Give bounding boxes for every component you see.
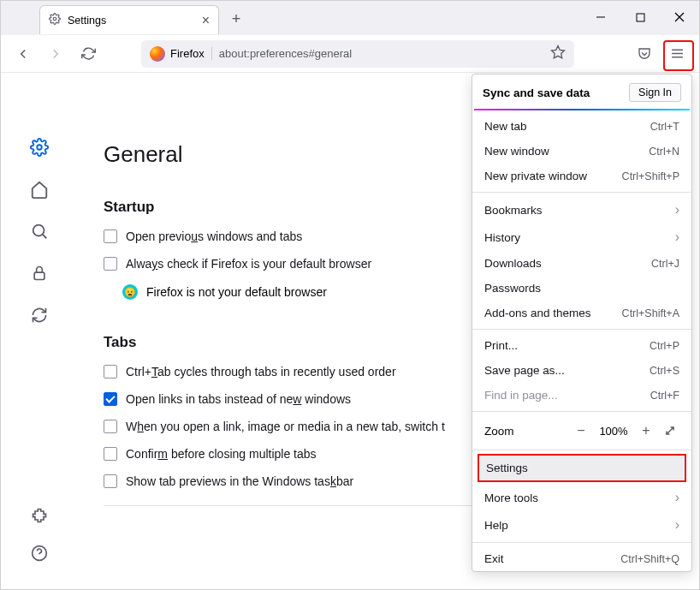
svg-rect-12 bbox=[34, 272, 44, 279]
checkbox-label: Always check if Firefox is your default … bbox=[126, 257, 371, 271]
menu-bookmarks[interactable]: Bookmarks› bbox=[472, 196, 691, 223]
firefox-logo-icon bbox=[150, 46, 165, 62]
menu-exit[interactable]: ExitCtrl+Shift+Q bbox=[472, 546, 691, 571]
pocket-button[interactable] bbox=[631, 40, 658, 68]
chevron-right-icon: › bbox=[675, 202, 679, 218]
checkbox-label: Show tab previews in the Windows taskbar bbox=[126, 474, 353, 488]
chevron-right-icon: › bbox=[675, 490, 679, 505]
checkbox-label: Open links in tabs instead of new window… bbox=[126, 392, 351, 406]
chevron-right-icon: › bbox=[675, 517, 679, 533]
tab-title: Settings bbox=[68, 15, 106, 27]
url-text: about:preferences#general bbox=[211, 47, 352, 60]
checkbox-label: Open previous windows and tabs bbox=[126, 229, 302, 243]
window-controls bbox=[581, 4, 699, 30]
maximize-button[interactable] bbox=[620, 4, 660, 30]
app-menu-button[interactable] bbox=[663, 40, 691, 68]
sidebar-home-icon[interactable] bbox=[29, 179, 50, 200]
menu-save-page[interactable]: Save page as...Ctrl+S bbox=[472, 358, 691, 383]
svg-line-15 bbox=[667, 427, 673, 434]
menu-history[interactable]: History› bbox=[472, 223, 691, 251]
sign-in-button[interactable]: Sign In bbox=[629, 83, 681, 102]
gear-icon bbox=[49, 13, 61, 27]
checkbox-label: Confirm before closing multiple tabs bbox=[126, 447, 317, 461]
checkbox-label: When you open a link, image or media in … bbox=[126, 420, 445, 433]
sidebar-extensions-icon[interactable] bbox=[29, 505, 50, 526]
svg-line-11 bbox=[43, 235, 47, 239]
checkbox-icon bbox=[104, 365, 117, 378]
menu-help[interactable]: Help› bbox=[472, 511, 691, 539]
close-tab-button[interactable]: × bbox=[202, 13, 210, 28]
menu-addons[interactable]: Add-ons and themesCtrl+Shift+A bbox=[472, 301, 691, 325]
gradient-divider bbox=[474, 109, 690, 110]
bookmark-star-icon[interactable] bbox=[550, 45, 566, 63]
address-bar[interactable]: Firefox about:preferences#general bbox=[141, 40, 574, 68]
info-icon: 😦 bbox=[122, 284, 138, 300]
window-titlebar: Settings × + bbox=[1, 1, 699, 35]
identity-label: Firefox bbox=[170, 47, 205, 60]
menu-find-in-page: Find in page...Ctrl+F bbox=[472, 383, 691, 408]
menu-passwords[interactable]: Passwords bbox=[472, 276, 691, 301]
browser-tab[interactable]: Settings × bbox=[39, 5, 219, 34]
svg-point-9 bbox=[37, 145, 42, 150]
back-button[interactable] bbox=[9, 40, 37, 68]
svg-rect-2 bbox=[637, 14, 644, 21]
sidebar-help-icon[interactable] bbox=[29, 543, 50, 563]
checkbox-label: Ctrl+Tab cycles through tabs in recently… bbox=[126, 365, 396, 378]
fullscreen-button[interactable] bbox=[661, 421, 679, 440]
sidebar-search-icon[interactable] bbox=[29, 221, 50, 241]
forward-button[interactable] bbox=[42, 40, 69, 68]
menu-new-private-window[interactable]: New private windowCtrl+Shift+P bbox=[472, 164, 691, 188]
new-tab-button[interactable]: + bbox=[224, 7, 248, 31]
close-window-button[interactable] bbox=[660, 4, 699, 30]
checkbox-icon bbox=[104, 257, 117, 271]
svg-marker-5 bbox=[552, 46, 565, 58]
menu-zoom-row: Zoom − 100% + bbox=[472, 415, 691, 446]
zoom-value: 100% bbox=[596, 425, 632, 438]
menu-new-window[interactable]: New windowCtrl+N bbox=[472, 139, 691, 164]
menu-settings[interactable]: Settings bbox=[478, 454, 686, 482]
sidebar-sync-icon[interactable] bbox=[29, 305, 50, 325]
checkbox-icon bbox=[104, 474, 117, 488]
site-identity: Firefox bbox=[150, 46, 205, 62]
svg-point-0 bbox=[53, 17, 56, 21]
minimize-button[interactable] bbox=[581, 4, 620, 30]
zoom-in-button[interactable]: + bbox=[637, 421, 656, 440]
svg-point-10 bbox=[33, 225, 44, 236]
chevron-right-icon: › bbox=[675, 229, 679, 245]
preferences-sidebar bbox=[1, 73, 78, 589]
reload-button[interactable] bbox=[74, 40, 102, 68]
zoom-out-button[interactable]: − bbox=[572, 421, 590, 440]
checkbox-icon bbox=[104, 420, 117, 433]
zoom-label: Zoom bbox=[484, 425, 567, 438]
menu-downloads[interactable]: DownloadsCtrl+J bbox=[472, 251, 691, 276]
status-text: Firefox is not your default browser bbox=[146, 285, 327, 299]
sidebar-general-icon[interactable] bbox=[29, 137, 50, 158]
checkbox-icon bbox=[104, 229, 117, 243]
menu-new-tab[interactable]: New tabCtrl+T bbox=[472, 114, 691, 139]
checkbox-icon bbox=[104, 447, 117, 461]
menu-print[interactable]: Print...Ctrl+P bbox=[472, 333, 691, 358]
checkbox-checked-icon bbox=[104, 392, 117, 406]
app-menu-popup: Sync and save data Sign In New tabCtrl+T… bbox=[472, 74, 692, 572]
navigation-toolbar: Firefox about:preferences#general bbox=[1, 35, 699, 73]
menu-more-tools[interactable]: More tools› bbox=[472, 484, 691, 511]
sync-header: Sync and save data bbox=[483, 86, 590, 99]
sidebar-privacy-icon[interactable] bbox=[29, 263, 50, 283]
